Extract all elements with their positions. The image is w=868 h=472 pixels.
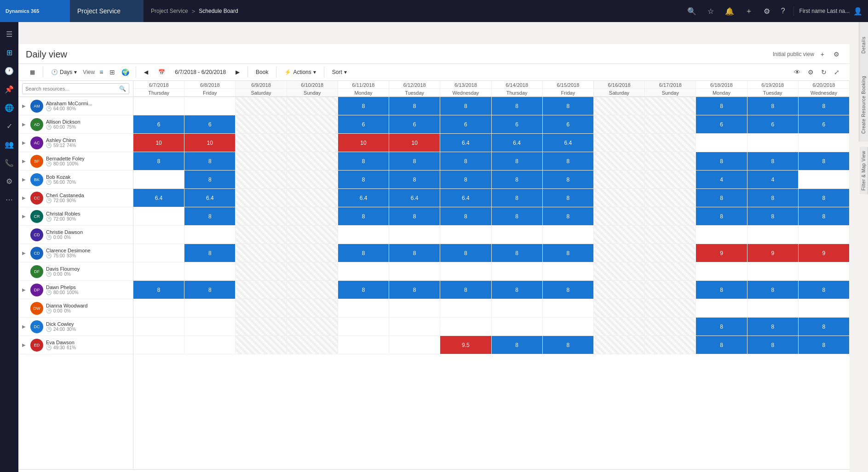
booking-cell-overbooked[interactable]: 9 [747,244,799,262]
resource-expand-icon[interactable]: ▶ [22,122,28,127]
booking-cell-booked[interactable]: 8 [799,189,850,207]
booking-cell-weekend[interactable] [594,299,645,317]
sidebar-pinned-icon[interactable]: 📌 [1,81,17,97]
booking-cell-weekend[interactable] [594,336,645,354]
booking-cell-empty[interactable] [133,299,184,317]
booking-cell-booked[interactable]: 6 [133,115,184,133]
booking-cell-booked[interactable]: 8 [184,152,236,170]
booking-cell-booked[interactable]: 8 [799,152,850,170]
booking-cell-weekend[interactable] [645,281,696,299]
booking-cell-weekend[interactable] [287,318,338,336]
booking-cell-booked[interactable]: 6.4 [389,189,440,207]
booking-cell-empty[interactable] [184,299,236,317]
booking-cell-booked[interactable]: 8 [389,152,440,170]
booking-cell-weekend[interactable] [645,262,696,280]
booking-cell-booked[interactable]: 8 [543,244,594,262]
booking-cell-weekend[interactable] [236,318,287,336]
booking-cell-empty[interactable] [133,171,184,188]
booking-cell-weekend[interactable] [287,299,338,317]
resource-row[interactable]: ▶ACAshley Chinn🕐59:1274% [18,134,133,152]
eye-icon-button[interactable]: 👁 [791,67,803,78]
booking-cell-empty[interactable] [543,318,594,336]
booking-cell-empty[interactable] [543,299,594,317]
booking-cell-empty[interactable] [440,299,491,317]
list-view-button[interactable]: ≡ [97,67,106,78]
booking-cell-booked[interactable]: 8 [799,318,850,336]
settings-nav-icon[interactable]: ⚙ [759,4,775,18]
booking-cell-weekend[interactable] [594,281,645,299]
booking-cell-booked[interactable]: 8 [492,207,543,225]
fullscreen-button[interactable]: ⤢ [831,67,842,78]
booking-cell-booked[interactable]: 8 [696,152,747,170]
booking-cell-booked[interactable]: 8 [696,336,747,354]
booking-cell-empty[interactable] [799,171,850,188]
booking-cell-empty[interactable] [440,262,491,280]
booking-cell-weekend[interactable] [594,262,645,280]
booking-cell-booked[interactable]: 8 [133,281,184,299]
resource-row[interactable]: ▶CDChristie Dawson🕐0:000% [18,226,133,244]
booking-cell-weekend[interactable] [287,226,338,244]
booking-cell-weekend[interactable] [645,171,696,188]
booking-cell-weekend[interactable] [236,244,287,262]
booking-cell-overbooked[interactable]: 10 [338,134,389,152]
booking-cell-empty[interactable] [338,262,389,280]
booking-cell-booked[interactable]: 8 [389,207,440,225]
booking-cell-weekend[interactable] [236,262,287,280]
calendar-button[interactable]: 📅 [154,67,169,78]
booking-cell-weekend[interactable] [236,336,287,354]
booking-cell-weekend[interactable] [594,97,645,115]
booking-cell-booked[interactable]: 8 [696,281,747,299]
booking-cell-empty[interactable] [389,299,440,317]
booking-cell-empty[interactable] [543,226,594,244]
booking-cell-booked[interactable]: 8 [543,171,594,188]
booking-cell-empty[interactable] [338,336,389,354]
booking-cell-booked[interactable]: 8 [696,318,747,336]
app-name[interactable]: Project Service [70,0,144,22]
booking-cell-booked[interactable]: 8 [184,244,236,262]
booking-cell-booked[interactable]: 6.4 [338,189,389,207]
resource-row[interactable]: ▶DWDianna Woodward🕐0:000% [18,299,133,318]
booking-cell-booked[interactable]: 8 [492,336,543,354]
booking-cell-booked[interactable]: 8 [747,152,799,170]
resource-row[interactable]: ▶CCCheri Castaneda🕐72:0090% [18,189,133,207]
booking-cell-booked[interactable]: 6.4 [184,189,236,207]
booking-cell-weekend[interactable] [594,207,645,225]
booking-cell-empty[interactable] [492,262,543,280]
details-panel-toggle[interactable]: Details [859,22,868,68]
booking-cell-weekend[interactable] [287,207,338,225]
booking-cell-empty[interactable] [799,262,850,280]
booking-cell-empty[interactable] [747,262,799,280]
resource-row[interactable]: ▶BFBernadette Foley🕐80:00100% [18,152,133,171]
booking-cell-overbooked[interactable]: 10 [133,134,184,152]
booking-cell-empty[interactable] [184,262,236,280]
refresh-button[interactable]: ↻ [818,67,829,78]
book-button[interactable]: Book [252,67,272,78]
booking-cell-booked[interactable]: 8 [492,152,543,170]
prev-date-button[interactable]: ◀ [140,67,152,78]
booking-cell-booked[interactable]: 8 [338,244,389,262]
booking-cell-booked[interactable]: 8 [184,207,236,225]
booking-cell-booked[interactable]: 8 [338,152,389,170]
booking-cell-weekend[interactable] [236,226,287,244]
booking-cell-empty[interactable] [133,318,184,336]
booking-cell-booked[interactable]: 8 [389,281,440,299]
booking-cell-weekend[interactable] [236,207,287,225]
booking-cell-booked[interactable]: 8 [543,336,594,354]
booking-cell-weekend[interactable] [287,152,338,170]
booking-cell-booked[interactable]: 8 [799,336,850,354]
resource-expand-icon[interactable]: ▶ [22,287,28,292]
booking-cell-weekend[interactable] [236,171,287,188]
sidebar-menu-icon[interactable]: ☰ [1,26,17,42]
booking-cell-booked[interactable]: 8 [799,207,850,225]
booking-cell-booked[interactable]: 6 [389,115,440,133]
booking-cell-booked[interactable]: 6 [492,115,543,133]
booking-cell-weekend[interactable] [287,281,338,299]
booking-cell-booked[interactable]: 8 [799,281,850,299]
filter-map-view-panel[interactable]: Filter & Map View [860,147,868,194]
booking-cell-empty[interactable] [338,299,389,317]
booking-cell-empty[interactable] [492,299,543,317]
resource-row[interactable]: ▶DCDick Cowley🕐24:0030% [18,318,133,336]
resource-expand-icon[interactable]: ▶ [22,342,28,347]
booking-cell-booked[interactable]: 8 [440,97,491,115]
grid-view-button[interactable]: ⊞ [107,67,118,78]
